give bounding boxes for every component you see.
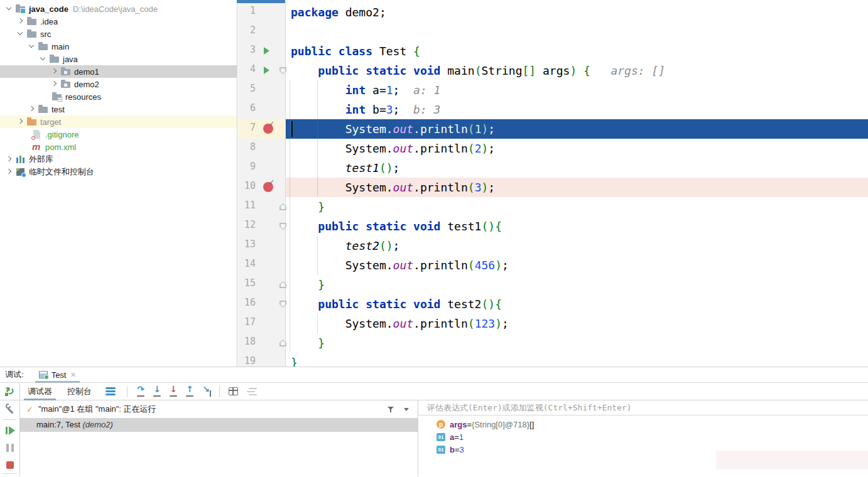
code-text-3[interactable]: public class Test {: [286, 41, 868, 61]
chevron-collapsed-icon[interactable]: [16, 18, 25, 24]
gutter-line-6[interactable]: 6: [238, 100, 286, 119]
chevron-down-icon[interactable]: [404, 408, 409, 411]
chevron-collapsed-icon[interactable]: [28, 106, 36, 112]
filter-icon[interactable]: [387, 405, 395, 414]
tree-item-demo1[interactable]: demo1: [0, 65, 237, 78]
gutter-line-13[interactable]: 13: [238, 236, 286, 255]
variable-name: b: [450, 445, 455, 454]
settings-wrench-icon[interactable]: [5, 404, 15, 414]
gutter-line-14[interactable]: 14: [238, 255, 286, 275]
code-text-5[interactable]: int a=1; a: 1: [286, 80, 868, 100]
code-text-19[interactable]: }: [286, 353, 868, 367]
chevron-collapsed-icon[interactable]: [5, 156, 14, 163]
gutter-line-4[interactable]: 4: [238, 61, 286, 80]
run-arrow-icon[interactable]: [264, 47, 269, 55]
tree-item-demo2[interactable]: demo2: [0, 78, 237, 90]
tree-item-src[interactable]: src: [0, 28, 237, 40]
breakpoint-icon[interactable]: [263, 182, 273, 192]
gutter-line-17[interactable]: 17: [238, 314, 286, 333]
chevron-collapsed-icon[interactable]: [5, 169, 14, 175]
line-number: 18: [238, 336, 256, 347]
step-into-button[interactable]: ↓: [151, 386, 163, 397]
gutter-line-7[interactable]: 7: [238, 119, 286, 139]
chevron-collapsed-icon[interactable]: [16, 119, 25, 125]
code-text-15[interactable]: }: [286, 275, 868, 294]
gutter-line-19[interactable]: 19: [238, 353, 286, 367]
scratches-icon: [16, 167, 26, 177]
tree-item-resources[interactable]: resources: [0, 90, 237, 103]
code-text-13[interactable]: test2();: [286, 236, 868, 255]
code-text-8[interactable]: System.out.println(2);: [286, 139, 868, 158]
code-text-10[interactable]: System.out.println(3);: [286, 178, 868, 197]
code-text-16[interactable]: public static void test2(){: [286, 294, 868, 314]
code-text-4[interactable]: public static void main(String[] args) {…: [286, 61, 868, 80]
tab-console[interactable]: 控制台: [60, 383, 99, 400]
chevron-expanded-icon[interactable]: [39, 56, 48, 62]
chevron-collapsed-icon[interactable]: [50, 81, 59, 87]
thread-selector[interactable]: ✓ "main"@1 在组 "main": 正在运行: [20, 400, 418, 418]
code-text-17[interactable]: System.out.println(123);: [286, 314, 868, 333]
tree-item-pom.xml[interactable]: mpom.xml: [0, 141, 237, 153]
code-text-12[interactable]: public static void test1(){: [286, 217, 868, 236]
gutter-line-18[interactable]: 18: [238, 333, 286, 353]
tree-item-main[interactable]: main: [0, 40, 237, 53]
tree-item-label: 临时文件和控制台: [29, 166, 94, 178]
force-step-into-button[interactable]: ↓: [167, 386, 180, 397]
code-text-7[interactable]: System.out.println(1);: [286, 119, 868, 139]
chevron-expanded-icon[interactable]: [5, 6, 14, 12]
variable-row-args[interactable]: pargs = {String[0]@718} []: [418, 418, 868, 431]
step-over-button[interactable]: ↷: [134, 386, 147, 397]
tree-item-.gitignore[interactable]: .gitignore: [0, 128, 237, 141]
line-number: 11: [238, 200, 256, 211]
code-editor[interactable]: 1package demo2;23public class Test {4 pu…: [238, 0, 868, 367]
gutter-line-3[interactable]: 3: [238, 41, 286, 61]
step-out-button[interactable]: ↑: [183, 386, 196, 397]
tree-item-test[interactable]: test: [0, 103, 237, 115]
code-text-11[interactable]: }: [286, 197, 868, 217]
gutter-line-16[interactable]: 16: [238, 294, 286, 314]
variable-reference: {String[0]@718}: [472, 420, 529, 429]
rerun-button[interactable]: ↻: [0, 383, 20, 400]
code-text-14[interactable]: System.out.println(456);: [286, 255, 868, 275]
code-line-6: 6 int b=3; b: 3: [238, 100, 868, 119]
gutter-line-5[interactable]: 5: [238, 80, 286, 100]
tree-item-java_code[interactable]: java_codeD:\ideaCode\java_code: [0, 3, 237, 15]
evaluate-expression-input[interactable]: 评估表达式(Enter)或添加监视(Ctrl+Shift+Enter): [418, 400, 868, 415]
run-to-cursor-button[interactable]: ↘: [200, 386, 212, 397]
code-text-18[interactable]: }: [286, 333, 868, 353]
debug-tab-row: 调试: Test ×: [0, 367, 868, 383]
tab-debugger[interactable]: 调试器: [20, 383, 60, 400]
code-text-9[interactable]: test1();: [286, 158, 868, 178]
chevron-collapsed-icon[interactable]: [50, 68, 59, 75]
code-text-1[interactable]: package demo2;: [286, 3, 868, 22]
chevron-expanded-icon[interactable]: [28, 43, 36, 50]
tree-item-.idea[interactable]: .idea: [0, 15, 237, 28]
layout-menu-icon[interactable]: [106, 387, 116, 395]
variable-row-a[interactable]: 01a = 1: [418, 431, 868, 443]
evaluate-expression-icon[interactable]: [229, 387, 238, 395]
code-text-6[interactable]: int b=3; b: 3: [286, 100, 868, 119]
chevron-expanded-icon[interactable]: [16, 31, 25, 37]
code-text-2[interactable]: [286, 22, 868, 41]
breakpoint-icon[interactable]: [263, 124, 273, 134]
stop-button[interactable]: [6, 461, 14, 469]
tree-item--[interactable]: 临时文件和控制台: [0, 166, 237, 178]
debug-session-tab[interactable]: Test ×: [35, 367, 80, 383]
gutter-line-12[interactable]: 12: [238, 217, 286, 236]
tree-item-java[interactable]: java: [0, 53, 237, 65]
debug-toolbar: ↻ 调试器 控制台 ↷ ↓ ↓ ↑ ↘: [0, 383, 868, 400]
gutter-line-9[interactable]: 9: [238, 158, 286, 178]
stack-frame-row[interactable]: main:7, Test (demo2): [20, 418, 418, 432]
tree-item-target[interactable]: target: [0, 115, 237, 128]
run-arrow-icon[interactable]: [264, 67, 269, 74]
gutter-line-11[interactable]: 11: [238, 197, 286, 217]
resume-program-button[interactable]: [6, 426, 16, 435]
gutter-line-1[interactable]: 1: [238, 3, 286, 22]
line-number: 8: [238, 141, 256, 153]
tree-item--[interactable]: 外部库: [0, 153, 237, 166]
gutter-line-15[interactable]: 15: [238, 275, 286, 294]
close-icon[interactable]: ×: [70, 371, 75, 378]
gutter-line-10[interactable]: 10: [238, 178, 286, 197]
gutter-line-8[interactable]: 8: [238, 139, 286, 158]
gutter-line-2[interactable]: 2: [238, 22, 286, 41]
